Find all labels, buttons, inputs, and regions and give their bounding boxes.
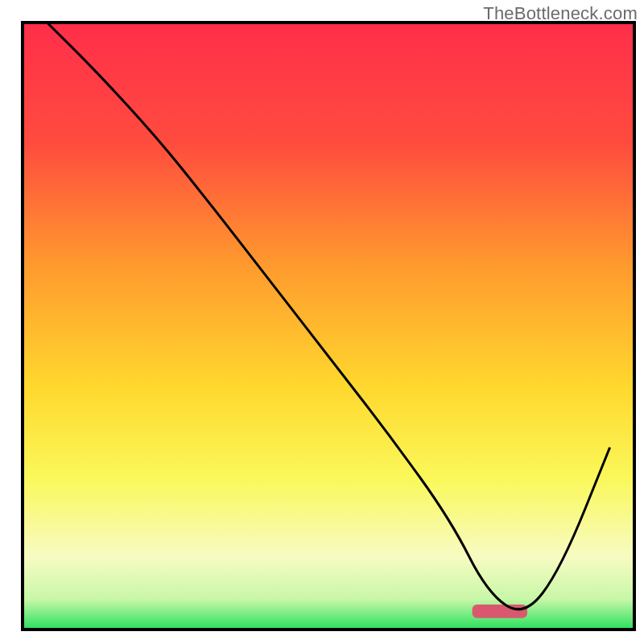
bottleneck-chart: TheBottleneck.com	[0, 0, 644, 644]
watermark-text: TheBottleneck.com	[483, 3, 638, 24]
gradient-background	[23, 23, 634, 630]
optimal-marker	[473, 605, 527, 618]
chart-svg	[0, 0, 644, 644]
